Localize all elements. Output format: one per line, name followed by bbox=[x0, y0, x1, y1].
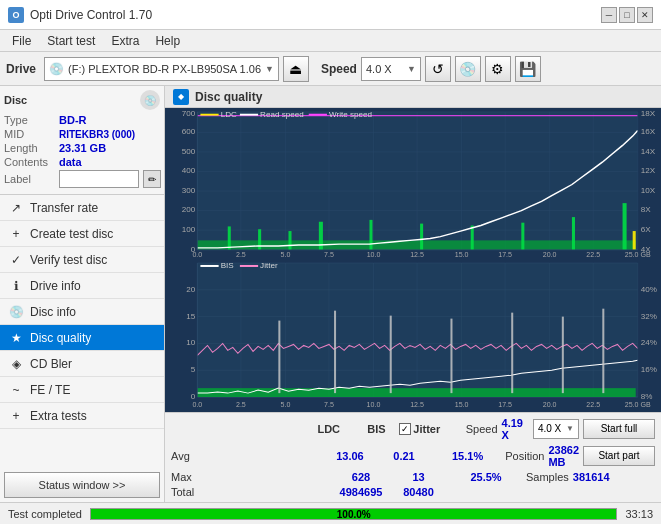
svg-text:500: 500 bbox=[182, 147, 196, 156]
disc-button[interactable]: 💿 bbox=[455, 56, 481, 82]
sidebar-item-create-test-disc[interactable]: + Create test disc bbox=[0, 221, 164, 247]
svg-rect-57 bbox=[521, 223, 524, 250]
status-window-button[interactable]: Status window >> bbox=[4, 472, 160, 498]
create-test-disc-label: Create test disc bbox=[30, 227, 113, 241]
svg-text:20.0: 20.0 bbox=[543, 251, 557, 258]
maximize-button[interactable]: □ bbox=[619, 7, 635, 23]
time-text: 33:13 bbox=[625, 508, 653, 520]
fe-te-icon: ~ bbox=[8, 382, 24, 398]
start-full-button[interactable]: Start full bbox=[583, 419, 655, 439]
svg-text:15: 15 bbox=[186, 312, 196, 321]
quality-header-icon bbox=[173, 89, 189, 105]
svg-rect-65 bbox=[309, 114, 327, 116]
speed-value-stat: 4.19 X bbox=[502, 417, 529, 441]
window-controls: ─ □ ✕ bbox=[601, 7, 653, 23]
svg-text:10.0: 10.0 bbox=[367, 251, 381, 258]
action-buttons: Start full bbox=[583, 419, 655, 439]
drive-text: (F:) PLEXTOR BD-R PX-LB950SA 1.06 bbox=[68, 63, 261, 75]
content-area: Disc quality bbox=[165, 86, 661, 502]
sidebar-item-extra-tests[interactable]: + Extra tests bbox=[0, 403, 164, 429]
max-jitter: 25.5% bbox=[446, 471, 526, 483]
sidebar-item-transfer-rate[interactable]: ↗ Transfer rate bbox=[0, 195, 164, 221]
save-button[interactable]: 💾 bbox=[515, 56, 541, 82]
svg-text:17.5: 17.5 bbox=[498, 251, 512, 258]
disc-quality-label: Disc quality bbox=[30, 331, 91, 345]
svg-text:5.0: 5.0 bbox=[281, 251, 291, 258]
svg-rect-63 bbox=[240, 114, 258, 116]
svg-text:17.5: 17.5 bbox=[498, 401, 512, 408]
svg-rect-113 bbox=[511, 313, 513, 393]
close-button[interactable]: ✕ bbox=[637, 7, 653, 23]
svg-rect-60 bbox=[633, 231, 636, 250]
svg-text:25.0 GB: 25.0 GB bbox=[625, 401, 651, 408]
menu-start-test[interactable]: Start test bbox=[39, 32, 103, 50]
app-title: Opti Drive Control 1.70 bbox=[30, 8, 152, 22]
svg-text:600: 600 bbox=[182, 128, 196, 137]
svg-text:BIS: BIS bbox=[221, 261, 234, 270]
menu-bar: File Start test Extra Help bbox=[0, 30, 661, 52]
quality-header-title: Disc quality bbox=[195, 90, 262, 104]
disc-panel: Disc 💿 Type BD-R MID RITEKBR3 (000) Leng… bbox=[0, 86, 164, 195]
minimize-button[interactable]: ─ bbox=[601, 7, 617, 23]
speed-dropdown-stat[interactable]: 4.0 X ▼ bbox=[533, 419, 579, 439]
refresh-button[interactable]: ↺ bbox=[425, 56, 451, 82]
drive-info-icon: ℹ bbox=[8, 278, 24, 294]
drive-selector[interactable]: 💿 (F:) PLEXTOR BD-R PX-LB950SA 1.06 ▼ bbox=[44, 57, 279, 81]
menu-help[interactable]: Help bbox=[147, 32, 188, 50]
start-part-button[interactable]: Start part bbox=[583, 446, 655, 466]
chart1-svg: 0 100 200 300 400 500 600 700 4X 6X 8X 1… bbox=[167, 110, 659, 259]
svg-text:2.5: 2.5 bbox=[236, 401, 246, 408]
svg-text:22.5: 22.5 bbox=[586, 401, 600, 408]
label-edit-button[interactable]: ✏ bbox=[143, 170, 161, 188]
svg-text:25.0 GB: 25.0 GB bbox=[625, 251, 651, 258]
menu-file[interactable]: File bbox=[4, 32, 39, 50]
sidebar-item-drive-info[interactable]: ℹ Drive info bbox=[0, 273, 164, 299]
svg-text:2.5: 2.5 bbox=[236, 251, 246, 258]
cd-bler-label: CD Bler bbox=[30, 357, 72, 371]
menu-extra[interactable]: Extra bbox=[103, 32, 147, 50]
svg-rect-110 bbox=[334, 311, 336, 393]
svg-text:6X: 6X bbox=[641, 225, 652, 234]
sidebar-item-cd-bler[interactable]: ◈ CD Bler bbox=[0, 351, 164, 377]
label-input[interactable] bbox=[59, 170, 139, 188]
length-value: 23.31 GB bbox=[59, 142, 106, 154]
eject-button[interactable]: ⏏ bbox=[283, 56, 309, 82]
sidebar-item-disc-quality[interactable]: ★ Disc quality bbox=[0, 325, 164, 351]
contents-label: Contents bbox=[4, 156, 59, 168]
avg-bis: 0.21 bbox=[378, 450, 430, 462]
max-ldc: 628 bbox=[331, 471, 391, 483]
svg-rect-56 bbox=[471, 225, 474, 249]
quality-header: Disc quality bbox=[165, 86, 661, 108]
bis-header: BIS bbox=[354, 423, 400, 435]
disc-panel-icon: 💿 bbox=[140, 90, 160, 110]
sidebar-item-verify-test-disc[interactable]: ✓ Verify test disc bbox=[0, 247, 164, 273]
svg-rect-59 bbox=[623, 203, 627, 250]
jitter-checkbox[interactable]: ✓ bbox=[399, 423, 411, 435]
svg-text:20: 20 bbox=[186, 285, 196, 294]
cd-bler-icon: ◈ bbox=[8, 356, 24, 372]
samples-label: Samples bbox=[526, 471, 569, 483]
speed-selector[interactable]: 4.0 X ▼ bbox=[361, 57, 421, 81]
svg-text:18X: 18X bbox=[641, 110, 656, 118]
sidebar-item-fe-te[interactable]: ~ FE / TE bbox=[0, 377, 164, 403]
contents-value: data bbox=[59, 156, 82, 168]
svg-text:32%: 32% bbox=[641, 312, 657, 321]
svg-text:40%: 40% bbox=[641, 285, 657, 294]
sidebar: Disc 💿 Type BD-R MID RITEKBR3 (000) Leng… bbox=[0, 86, 165, 502]
transfer-rate-label: Transfer rate bbox=[30, 201, 98, 215]
svg-text:0.0: 0.0 bbox=[192, 401, 202, 408]
svg-text:100: 100 bbox=[182, 225, 196, 234]
sidebar-item-disc-info[interactable]: 💿 Disc info bbox=[0, 299, 164, 325]
fe-te-label: FE / TE bbox=[30, 383, 70, 397]
toolbar: Drive 💿 (F:) PLEXTOR BD-R PX-LB950SA 1.0… bbox=[0, 52, 661, 86]
create-test-disc-icon: + bbox=[8, 226, 24, 242]
svg-text:15.0: 15.0 bbox=[455, 251, 469, 258]
svg-rect-118 bbox=[240, 265, 258, 267]
settings-button[interactable]: ⚙ bbox=[485, 56, 511, 82]
svg-text:200: 200 bbox=[182, 206, 196, 215]
svg-text:5: 5 bbox=[191, 365, 196, 374]
total-ldc: 4984695 bbox=[331, 486, 391, 498]
avg-label: Avg bbox=[171, 450, 322, 462]
svg-rect-115 bbox=[602, 309, 604, 393]
sidebar-nav: ↗ Transfer rate + Create test disc ✓ Ver… bbox=[0, 195, 164, 468]
